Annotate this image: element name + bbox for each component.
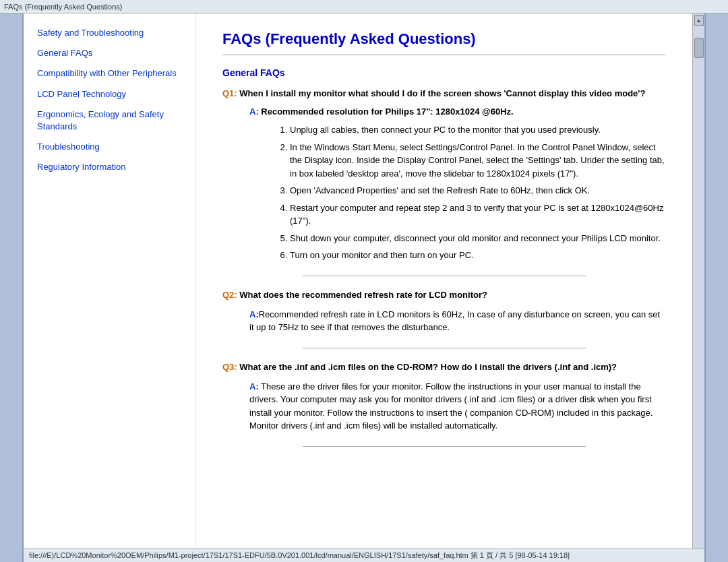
sidebar-link-general-faqs[interactable]: General FAQs: [37, 47, 185, 59]
q1-step-2: In the Windows Start Menu, select Settin…: [290, 141, 665, 181]
page-content: Safety and Troubleshooting General FAQs …: [24, 13, 704, 562]
q1-step-3: Open 'Advanced Properties' and set the R…: [290, 184, 665, 197]
q1-ordered-list: Unplug all cables, then connect your PC …: [290, 123, 665, 262]
section-title: General FAQs: [222, 67, 665, 78]
q3-answer-text: These are the driver files for your moni…: [249, 381, 653, 431]
q2-answer-label: A:: [249, 309, 259, 319]
q1-question: Q1: When I install my monitor what shoul…: [222, 88, 665, 98]
sidebar-link-troubleshooting[interactable]: Troubleshooting: [37, 141, 185, 153]
q2-answer-block: A:Recommended refresh rate in LCD monito…: [249, 308, 665, 334]
q1-steps-list: Unplug all cables, then connect your PC …: [276, 123, 665, 262]
sidebar-link-ergonomics[interactable]: Ergonomics, Ecology and Safety Standards: [37, 108, 185, 133]
q1-answer-recommended: A: Recommended resolution for Philips 17…: [249, 106, 665, 117]
sidebar-link-compatibility[interactable]: Compatibility with Other Peripherals: [37, 67, 185, 80]
q3-label: Q3:: [222, 362, 237, 372]
status-bar-text: file:///E)/LCD%20Monitor%20OEM/Philips/M…: [29, 551, 570, 561]
q3-block: Q3: What are the .inf and .icm files on …: [222, 362, 665, 433]
q1-step-5: Shut down your computer, disconnect your…: [290, 232, 665, 245]
q2-text: What does the recommended refresh rate f…: [237, 290, 487, 300]
q2-label: Q2:: [222, 290, 237, 300]
scrollbar[interactable]: ▲: [692, 13, 704, 549]
sidebar: Safety and Troubleshooting General FAQs …: [24, 13, 195, 549]
q3-question: Q3: What are the .inf and .icm files on …: [222, 362, 665, 372]
sidebar-link-safety[interactable]: Safety and Troubleshooting: [37, 27, 185, 39]
scroll-thumb[interactable]: [694, 38, 704, 58]
q1-text: When I install my monitor what should I …: [237, 88, 646, 98]
main-area: FAQs (Frequently Asked Questions) Genera…: [195, 13, 692, 549]
sidebar-link-regulatory[interactable]: Regulatory Information: [37, 161, 185, 173]
q2-block: Q2: What does the recommended refresh ra…: [222, 290, 665, 334]
q1-step-4: Restart your computer and repeat step 2 …: [290, 201, 665, 228]
q3-answer-label: A:: [249, 381, 259, 392]
q3-text: What are the .inf and .icm files on the …: [237, 362, 617, 372]
scroll-up-arrow[interactable]: ▲: [694, 15, 704, 26]
q2-answer-text: Recommended refresh rate in LCD monitors…: [249, 309, 660, 333]
q1-answer-recommended-text: Recommended resolution for Philips 17": …: [259, 106, 514, 117]
q2-question: Q2: What does the recommended refresh ra…: [222, 290, 665, 300]
page-title: FAQs (Frequently Asked Questions): [222, 30, 665, 48]
sidebar-link-lcd-panel[interactable]: LCD Panel Technology: [37, 88, 185, 100]
q1-answer-label: A:: [249, 106, 259, 117]
title-divider: [222, 55, 665, 55]
left-chrome: [0, 13, 24, 562]
q1-step-1: Unplug all cables, then connect your PC …: [290, 123, 665, 137]
divider-after-q3: [303, 446, 586, 447]
q3-answer-block: A: These are the driver files for your m…: [249, 380, 665, 433]
q1-block: Q1: When I install my monitor what shoul…: [222, 88, 665, 262]
title-bar: FAQs (Frequently Asked Questions): [0, 0, 728, 13]
q1-step-6: Turn on your monitor and then turn on yo…: [290, 249, 665, 262]
status-bar: file:///E)/LCD%20Monitor%20OEM/Philips/M…: [24, 549, 704, 562]
right-chrome: [704, 13, 728, 562]
divider-after-q2: [303, 348, 586, 348]
divider-after-q1: [303, 276, 586, 276]
q1-label: Q1:: [222, 88, 237, 98]
title-bar-text: FAQs (Frequently Asked Questions): [4, 3, 122, 11]
